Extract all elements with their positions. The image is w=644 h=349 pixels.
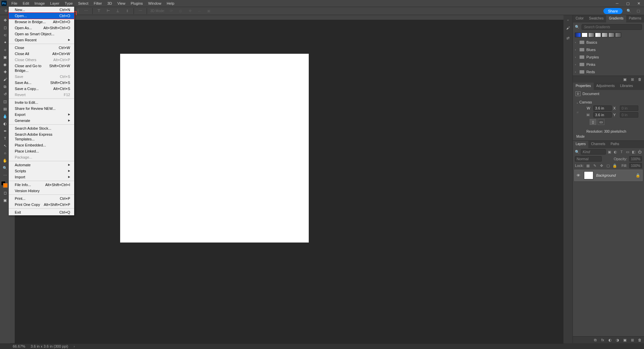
menu-select[interactable]: Select [76, 0, 91, 7]
menu-item-invite-to-edit[interactable]: Invite to Edit... [9, 99, 74, 105]
history-brush-tool[interactable]: ↺ [0, 90, 10, 98]
gradient-thumb[interactable] [582, 33, 588, 37]
eyedropper-tool[interactable]: ◉ [0, 61, 10, 68]
distribute-icon[interactable]: ⋯ [83, 8, 89, 14]
more-options-icon[interactable]: ⋯ [137, 8, 143, 14]
close-button[interactable]: ✕ [633, 0, 644, 7]
menu-item-file-info[interactable]: File Info...Alt+Shift+Ctrl+I [9, 182, 74, 188]
menu-file[interactable]: File [9, 0, 20, 7]
eraser-tool[interactable]: ◫ [0, 98, 10, 105]
tab-gradients[interactable]: Gradients [606, 15, 626, 23]
wand-tool[interactable]: ✦ [0, 39, 10, 46]
healing-tool[interactable]: ✚ [0, 68, 10, 76]
brush-tool[interactable]: 🖌 [0, 76, 10, 83]
menu-plugins[interactable]: Plugins [128, 0, 145, 7]
crop-tool[interactable]: ⟡ [0, 46, 10, 53]
align-top-icon[interactable]: ⊤ [96, 8, 102, 14]
menu-item-open[interactable]: Open...Ctrl+O [9, 13, 74, 19]
tab-patterns[interactable]: Patterns [626, 15, 644, 23]
color-swatches[interactable] [1, 181, 9, 189]
search-gradients-input[interactable] [582, 24, 642, 30]
menu-item-search-adobe-express-templates[interactable]: Search Adobe Express Templates... [9, 131, 74, 142]
align-vmid-icon[interactable]: ⊢ [105, 8, 111, 14]
layer-name[interactable]: Background [596, 173, 633, 177]
collapse-handle[interactable]: « [563, 18, 573, 21]
menu-item-exit[interactable]: ExitCtrl+Q [9, 209, 74, 215]
menu-edit[interactable]: Edit [20, 0, 32, 7]
brushes-panel-icon[interactable]: 🖌 [564, 24, 572, 32]
tab-layers[interactable]: Layers [573, 141, 588, 148]
layer-filter-field[interactable]: Kind [581, 149, 606, 155]
mask-icon[interactable]: ◐ [608, 338, 612, 342]
menu-help[interactable]: Help [164, 0, 177, 7]
lock-position-icon[interactable]: ✎ [592, 163, 597, 168]
screenmode-icon[interactable]: ▣ [0, 197, 10, 204]
width-field[interactable]: 3.6 in [593, 105, 612, 111]
menu-item-browse-in-bridge[interactable]: Browse in Bridge...Alt+Ctrl+O [9, 19, 74, 25]
move-tool[interactable]: ✥ [0, 16, 10, 24]
filter-adjust-icon[interactable]: ◐ [613, 149, 618, 154]
clone-tool[interactable]: ⧉ [0, 83, 10, 90]
gradient-folder-pinks[interactable]: ›Pinks [573, 61, 644, 68]
brush-settings-panel-icon[interactable]: ⇄ [564, 34, 572, 42]
menu-3d[interactable]: 3D [105, 0, 115, 7]
filter-toggle-icon[interactable]: ⏻ [637, 149, 642, 154]
canvas[interactable] [120, 54, 309, 243]
distribute-v-icon[interactable]: ⫴ [124, 8, 130, 14]
blur-tool[interactable]: 💧 [0, 113, 10, 120]
menu-item-save-a-copy[interactable]: Save a Copy...Alt+Ctrl+S [9, 86, 74, 92]
zoom-level[interactable]: 66.67% [13, 344, 25, 348]
filter-pixel-icon[interactable]: ▣ [607, 149, 612, 154]
fx-icon[interactable]: fx [600, 338, 605, 342]
menu-item-save-as[interactable]: Save As...Shift+Ctrl+S [9, 80, 74, 86]
status-arrow-icon[interactable]: › [73, 344, 75, 348]
menu-item-new[interactable]: New...Ctrl+N [9, 7, 74, 13]
height-field[interactable]: 3.6 in [593, 112, 612, 118]
tab-channels[interactable]: Channels [588, 141, 608, 148]
gradient-thumb[interactable] [588, 33, 594, 37]
shape-tool[interactable]: ○ [0, 149, 10, 157]
save-preset-icon[interactable]: ▣ [623, 77, 627, 82]
adjustment-icon[interactable]: ◑ [615, 338, 620, 342]
new-layer-icon[interactable]: ⊞ [630, 338, 635, 342]
link-layers-icon[interactable]: ⧉ [593, 338, 598, 342]
menu-image[interactable]: Image [32, 0, 48, 7]
gradient-folder-basics[interactable]: ›Basics [573, 39, 644, 46]
delete-icon[interactable]: 🗑 [637, 77, 642, 82]
type-tool[interactable]: T [0, 135, 10, 142]
menu-item-place-linked[interactable]: Place Linked... [9, 148, 74, 154]
canvas-section-label[interactable]: ⌄ Canvas [576, 99, 641, 105]
opacity-field[interactable]: 100% [629, 156, 642, 162]
gradient-thumb[interactable] [602, 33, 608, 37]
filter-type-icon[interactable]: T [619, 149, 624, 154]
gradient-folder-blues[interactable]: ›Blues [573, 46, 644, 53]
menu-item-scripts[interactable]: Scripts [9, 168, 74, 174]
menu-item-close-all[interactable]: Close AllAlt+Ctrl+W [9, 51, 74, 57]
hand-tool[interactable]: ✋ [0, 157, 10, 164]
gradient-folder-purples[interactable]: ›Purples [573, 53, 644, 61]
marquee-tool[interactable]: ◻ [0, 24, 10, 31]
layer-thumbnail[interactable] [584, 171, 593, 179]
gradient-thumb[interactable] [575, 33, 581, 37]
lock-move-icon[interactable]: ✥ [599, 163, 604, 168]
lock-pixels-icon[interactable]: ▦ [586, 163, 590, 168]
link-icon[interactable]: ⟓ [576, 109, 579, 114]
align-right-icon[interactable]: ⎹ [73, 8, 80, 14]
menu-item-export[interactable]: Export [9, 112, 74, 118]
maximize-button[interactable]: ▢ [623, 0, 633, 7]
lasso-tool[interactable]: ⊂ [0, 31, 10, 39]
menu-item-automate[interactable]: Automate [9, 162, 74, 168]
frame-tool[interactable]: ▣ [0, 53, 10, 61]
menu-item-share-for-review-new[interactable]: Share for Review NEW... [9, 105, 74, 112]
path-select-tool[interactable]: ↖ [0, 142, 10, 149]
pen-tool[interactable]: ✒ [0, 127, 10, 135]
menu-item-close-and-go-to-bridge[interactable]: Close and Go to Bridge...Shift+Ctrl+W [9, 63, 74, 74]
minimize-button[interactable]: ─ [612, 0, 623, 7]
menu-item-print[interactable]: Print...Ctrl+P [9, 195, 74, 202]
gradient-thumb[interactable] [615, 33, 621, 37]
new-group-icon[interactable]: ⊞ [630, 77, 635, 82]
menu-layer[interactable]: Layer [47, 0, 62, 7]
tab-swatches[interactable]: Swatches [586, 15, 606, 23]
search-icon[interactable]: 🔍 [626, 8, 632, 14]
gradient-thumb[interactable] [608, 33, 614, 37]
